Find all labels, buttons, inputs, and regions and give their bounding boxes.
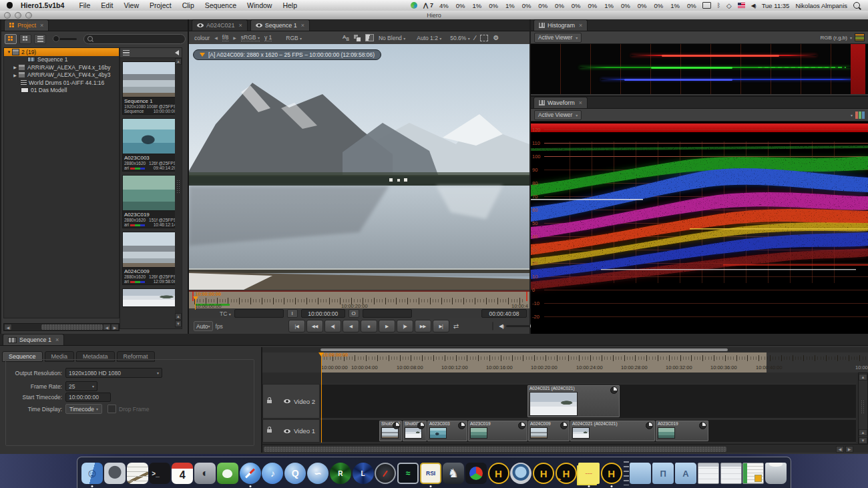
timeline-clip[interactable]: A023C019: [656, 421, 708, 441]
tree-expander-icon[interactable]: ▶: [12, 73, 18, 77]
thumbnail-size-slider[interactable]: [53, 35, 77, 42]
frame-rate-dropdown[interactable]: 25▾: [65, 381, 97, 391]
scroll-up-icon[interactable]: ▲: [859, 374, 867, 381]
lock-icon[interactable]: [267, 400, 272, 403]
close-icon[interactable]: ×: [301, 22, 304, 29]
timeline-horizontal-scrollbar[interactable]: ◀ ▶: [262, 444, 868, 453]
scroll-left-icon[interactable]: ◀: [836, 446, 844, 453]
transport-button[interactable]: |▶: [397, 320, 413, 332]
close-icon[interactable]: ×: [55, 336, 59, 343]
istat-icon[interactable]: ⋀ 7: [423, 2, 433, 9]
clip-thumbnail[interactable]: [122, 232, 180, 268]
dock-icon-hiero-3[interactable]: H: [600, 459, 623, 488]
displays-menu-icon[interactable]: [702, 2, 711, 9]
rgb-parade-icon[interactable]: [855, 111, 865, 119]
dock-icon-finder-window-1[interactable]: [697, 459, 720, 488]
dock-icon-aperture-blue[interactable]: [509, 459, 532, 488]
mute-checkbox[interactable]: [492, 322, 493, 330]
tab-histogram[interactable]: Histogram×: [533, 19, 588, 31]
start-timecode-field[interactable]: 10:00:00:00: [65, 393, 111, 402]
menubar-clock[interactable]: Tue 11:35: [762, 2, 790, 9]
network-menu-icon[interactable]: ◇: [726, 2, 732, 9]
timeline-clip[interactable]: Shot0020: [403, 421, 427, 441]
tree-expander-icon[interactable]: ▼: [6, 50, 12, 54]
colorspace-dropdown[interactable]: sRGB ▾: [241, 34, 260, 41]
gamma-value[interactable]: γ 1: [264, 34, 272, 41]
annotation-pen-icon[interactable]: ∕: [475, 34, 476, 41]
transport-button[interactable]: |◀: [288, 320, 305, 332]
tree-expander-icon[interactable]: ▶: [12, 65, 18, 69]
clip-fx-icon[interactable]: [417, 422, 425, 429]
drop-frame-checkbox[interactable]: [107, 405, 116, 413]
dock-icon-stickies[interactable]: ~~~: [578, 459, 600, 488]
scroll-up-icon[interactable]: ▲: [175, 313, 182, 320]
stack-mode-icon[interactable]: [354, 35, 361, 41]
menubar-menu[interactable]: Clip: [182, 1, 194, 9]
timeline-clip[interactable]: A023C019: [468, 421, 527, 441]
dock-icon-hiero-player[interactable]: H: [555, 459, 578, 488]
track-header-video2[interactable]: Video 2: [262, 384, 320, 419]
proxy-dropdown[interactable]: Auto 1:2 ▾: [417, 35, 441, 41]
gear-icon[interactable]: ⚙: [493, 34, 499, 41]
list-view-button[interactable]: [34, 34, 46, 44]
dock-icon-quicktime[interactable]: Q: [284, 459, 306, 488]
wipe-mode-icon[interactable]: [365, 34, 374, 41]
dock-icon-itunes[interactable]: ♪: [262, 459, 284, 488]
track-lane-video1[interactable]: Shot0010 Shot0020 A023C003: [320, 419, 856, 443]
clip-fx-icon[interactable]: [458, 422, 465, 429]
audio-icon[interactable]: [175, 50, 179, 55]
scroll-right-icon[interactable]: ▶: [845, 446, 853, 453]
dock-icon-trash[interactable]: [765, 459, 787, 488]
tab-project[interactable]: Project×: [4, 19, 49, 31]
close-icon[interactable]: ×: [579, 22, 582, 29]
histogram-source-dropdown[interactable]: Active Viewer▾: [534, 33, 582, 43]
input-language-flag-icon[interactable]: [738, 3, 745, 8]
transport-button[interactable]: ▶: [379, 320, 395, 332]
clip-fx-icon[interactable]: [393, 422, 400, 429]
track-visibility-icon[interactable]: [284, 399, 290, 403]
fstop-decrement-icon[interactable]: ◀: [214, 35, 218, 40]
menubar-menu[interactable]: Edit: [101, 1, 113, 9]
project-search-input[interactable]: [83, 34, 186, 44]
scrub-playhead-line[interactable]: [195, 296, 196, 310]
scroll-left-icon[interactable]: ◀: [4, 324, 12, 330]
viewer-tab-sequence[interactable]: Sequence 1×: [250, 19, 310, 31]
track-visibility-icon[interactable]: [284, 429, 290, 433]
viewer-image[interactable]: [189, 44, 529, 290]
clip-thumbnail[interactable]: [122, 175, 180, 211]
waveform-source-dropdown[interactable]: Active Viewer▾: [534, 110, 582, 120]
transport-button[interactable]: ▶|: [433, 320, 449, 332]
close-icon[interactable]: ×: [40, 22, 43, 29]
dock-icon-finder-window-2[interactable]: [720, 459, 742, 488]
bin-clip-item[interactable]: A024C009 2880x1620126f @25FPS ari 12:09:…: [122, 232, 180, 285]
scroll-right-icon[interactable]: ▶: [111, 324, 119, 330]
lock-icon[interactable]: [267, 429, 272, 433]
timeline-clip[interactable]: A024C009: [528, 421, 570, 441]
clip-fx-icon[interactable]: [610, 387, 618, 394]
timeline-clip[interactable]: A024C021 (A024C021): [527, 385, 620, 417]
bin-clip-item[interactable]: Sequence 1 1920x10801008f @25FPS Sequenc…: [122, 61, 180, 115]
tree-row[interactable]: Sequence 1: [4, 56, 119, 64]
tc-in-field[interactable]: [234, 309, 284, 318]
scrollbar-grip[interactable]: [861, 400, 864, 415]
dock-icon-folder-documents[interactable]: [630, 459, 652, 488]
scrollbar-thumb[interactable]: [41, 324, 103, 330]
timeline-playhead[interactable]: [321, 352, 322, 443]
apple-menu-icon[interactable]: [7, 2, 13, 9]
timeline-zoom-bar[interactable]: [320, 348, 728, 351]
dock-icon-hiero-1[interactable]: H: [487, 459, 510, 488]
app-menu-title[interactable]: Hiero1.5v1b4: [21, 1, 64, 9]
scroll-up-icon[interactable]: ▲: [175, 58, 182, 65]
tree-row[interactable]: ▶ ARRIRAW_ALEXA_FW4.x_16by: [4, 63, 119, 71]
ab-compare-icon[interactable]: AB: [343, 34, 349, 41]
menubar-menu[interactable]: Help: [282, 1, 297, 9]
dock-icon-calendar[interactable]: 4: [171, 459, 194, 488]
dock-icon-activity-monitor[interactable]: ≈: [397, 459, 419, 488]
current-timecode-field[interactable]: 10:00:00:00: [301, 309, 345, 318]
menubar-menu[interactable]: Sequence: [205, 1, 236, 9]
scrollbar-thumb[interactable]: [264, 447, 726, 452]
menubar-menu[interactable]: File: [79, 1, 90, 9]
playback-rate-dropdown[interactable]: Auto▾: [194, 321, 213, 331]
close-icon[interactable]: ×: [579, 99, 582, 106]
tab-sequence-1[interactable]: Sequence 1×: [3, 334, 64, 345]
